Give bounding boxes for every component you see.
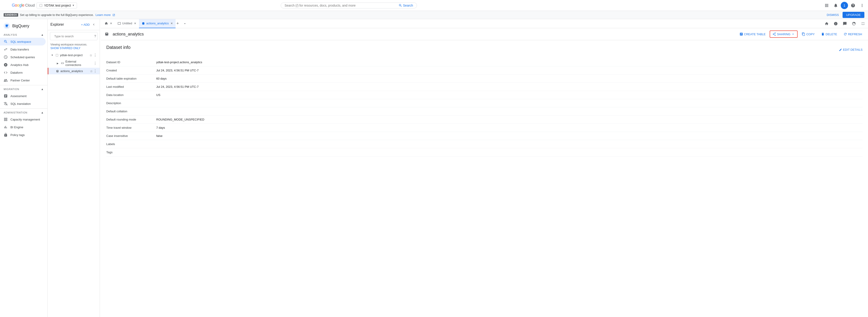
refresh-icon — [843, 32, 847, 36]
sidebar-item-scheduled-queries[interactable]: Scheduled queries — [0, 53, 45, 61]
project-selector[interactable]: YDTAK test project ▼ — [37, 2, 77, 8]
dataset-name: actions_analytics — [113, 32, 144, 37]
tab-actions-analytics[interactable]: actions_analytics ✕ — [139, 19, 176, 28]
tree-item-external-connections[interactable]: ▶ External connections ⋮ — [48, 59, 100, 68]
sidebar-item-bi-engine[interactable]: BI Engine — [0, 123, 45, 131]
explorer-search-bar: ? — [50, 32, 97, 40]
sidebar-item-sql-translation[interactable]: SQL translation — [0, 100, 45, 108]
actions-analytics-label: actions_analytics — [60, 69, 89, 73]
add-button[interactable]: + ADD — [81, 23, 90, 26]
sidebar-item-partner-center[interactable]: Partner Center — [0, 77, 45, 84]
project-star-button[interactable]: ☆ — [90, 53, 92, 57]
help-icon-button[interactable] — [849, 1, 857, 9]
refresh-button[interactable]: REFRESH — [841, 31, 864, 37]
table-row: Last modified Jul 24, 2023, 4:56:51 PM U… — [106, 83, 863, 91]
menu-icon[interactable] — [2, 1, 10, 9]
sidebar-item-capacity-management[interactable]: Capacity management — [0, 116, 45, 123]
tab-home[interactable]: ✕ — [102, 19, 115, 28]
sidebar-item-assessment-label: Assessment — [10, 94, 27, 98]
apps-icon-button[interactable] — [823, 1, 831, 9]
sandbox-message: Set up billing to upgrade to the full Bi… — [20, 13, 94, 17]
actions-analytics-actions: ☆ ⋮ — [90, 69, 97, 73]
tab-expand-icon[interactable] — [859, 20, 867, 28]
more-tabs-icon — [183, 22, 187, 26]
topbar: Google Cloud YDTAK test project ▼ Search… — [0, 0, 868, 11]
tab-home-close[interactable]: ✕ — [110, 22, 112, 25]
upgrade-button[interactable]: UPGRADE — [843, 12, 864, 18]
edit-details-button[interactable]: EDIT DETAILS — [839, 48, 863, 51]
section-administration[interactable]: Administration ▲ — [0, 110, 48, 116]
sharing-label: SHARING — [777, 32, 790, 36]
analytics-hub-icon — [4, 63, 8, 67]
search-icon — [399, 4, 402, 7]
sidebar-item-sql-workspace[interactable]: SQL workspace — [0, 38, 45, 46]
expand-icon — [861, 22, 865, 26]
sidebar-item-bi-engine-label: BI Engine — [10, 125, 23, 129]
project-more-button[interactable]: ⋮ — [93, 53, 97, 57]
explorer-search-help-icon[interactable]: ? — [94, 34, 96, 39]
help-icon — [851, 3, 855, 8]
field-label: Tags — [106, 148, 156, 156]
sharing-button[interactable]: SHARING — [770, 30, 798, 38]
more-tabs-button[interactable] — [181, 20, 189, 28]
copy-label: COPY — [806, 32, 815, 36]
tab-actions-analytics-close[interactable]: ✕ — [170, 22, 173, 25]
field-label: Default table expiration — [106, 75, 156, 83]
collapse-icon-button[interactable] — [91, 21, 97, 28]
dataset-icon — [56, 69, 59, 73]
section-migration[interactable]: Migration ▲ — [0, 86, 48, 92]
explorer-search-input[interactable] — [54, 34, 92, 38]
add-tab-button[interactable]: + — [176, 21, 180, 26]
tab-home-right-icon[interactable] — [823, 20, 831, 28]
delete-button[interactable]: DELETE — [819, 31, 839, 37]
external-connections-more-button[interactable]: ⋮ — [93, 61, 97, 65]
show-starred-link[interactable]: SHOW STARRED ONLY — [48, 47, 100, 52]
tab-untitled[interactable]: Untitled ✕ — [115, 19, 139, 28]
learn-more-link[interactable]: Learn more — [96, 13, 111, 17]
sidebar-item-policy-tags[interactable]: Policy tags — [0, 131, 45, 139]
tree-item-actions-analytics[interactable]: actions_analytics ☆ ⋮ — [48, 68, 100, 75]
explorer-title: Explorer — [51, 23, 64, 27]
search-button[interactable]: Search — [399, 4, 413, 7]
sidebar-item-dataform-label: Dataform — [10, 71, 23, 75]
dataset-area: actions_analytics CREATE TABLE SHARING C… — [101, 28, 868, 317]
tab-ai-icon[interactable] — [850, 20, 858, 28]
section-analysis[interactable]: Analysis ▲ — [0, 32, 48, 38]
sidebar: BigQuery Analysis ▲ SQL workspace Data t… — [0, 19, 48, 317]
scheduled-queries-icon — [4, 55, 8, 59]
tree-project-row[interactable]: ▼ ydtak-test-project ☆ ⋮ — [48, 52, 100, 59]
collapse-icon — [92, 23, 96, 26]
copy-button[interactable]: COPY — [799, 31, 817, 37]
tabs-right-actions — [823, 20, 867, 28]
avatar[interactable]: 1 — [841, 2, 848, 9]
search-bar: Search — [281, 2, 417, 8]
field-label: Description — [106, 99, 156, 107]
sql-workspace-icon — [4, 39, 8, 44]
edit-icon — [839, 48, 842, 51]
actions-analytics-star-button[interactable]: ☆ — [90, 69, 93, 73]
dismiss-button[interactable]: DISMISS — [825, 12, 840, 18]
create-table-button[interactable]: CREATE TABLE — [737, 31, 768, 37]
sidebar-item-sql-translation-label: SQL translation — [10, 102, 31, 106]
sidebar-item-assessment[interactable]: Assessment — [0, 92, 45, 100]
sharing-dropdown-icon — [791, 32, 795, 36]
sidebar-item-dataform[interactable]: Dataform — [0, 69, 45, 77]
external-connections-expand-icon: ▶ — [56, 62, 60, 65]
sidebar-item-analytics-hub-label: Analytics Hub — [10, 63, 28, 67]
actions-analytics-more-button[interactable]: ⋮ — [93, 69, 97, 73]
sidebar-item-data-transfers[interactable]: Data transfers — [0, 46, 45, 53]
more-icon-button[interactable] — [858, 1, 866, 9]
notifications-icon-button[interactable] — [832, 1, 840, 9]
search-input[interactable] — [285, 4, 399, 7]
tab-info-icon[interactable] — [832, 20, 840, 28]
dataset-toolbar: actions_analytics CREATE TABLE SHARING C… — [101, 28, 868, 40]
sidebar-item-analytics-hub[interactable]: Analytics Hub — [0, 61, 45, 69]
field-value — [156, 107, 863, 116]
tab-chat-icon[interactable] — [841, 20, 849, 28]
section-analysis-label: Analysis — [4, 33, 17, 36]
tab-untitled-close[interactable]: ✕ — [134, 22, 136, 25]
bigquery-icon — [4, 23, 10, 29]
field-value: false — [156, 132, 863, 140]
home-tab-icon — [104, 22, 108, 25]
table-row: Case insensitive false — [106, 132, 863, 140]
